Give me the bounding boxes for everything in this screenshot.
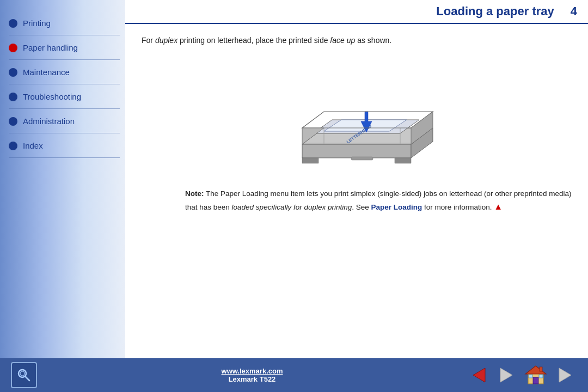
paper-tray-diagram: LETTERHEAD [270, 57, 444, 171]
sidebar-item-maintenance[interactable]: Maintenance [0, 60, 125, 84]
note-section: Note: The Paper Loading menu item lets y… [142, 188, 572, 213]
sidebar-label-printing: Printing [23, 19, 51, 28]
bullet-index [9, 142, 17, 150]
footer: www.lexmark.com Lexmark T522 [0, 358, 588, 392]
note-label: Note: [185, 189, 204, 198]
svg-rect-15 [351, 157, 373, 160]
intro-paragraph: For duplex printing on letterhead, place… [142, 35, 572, 46]
svg-rect-26 [540, 367, 542, 371]
footer-model: Lexmark T522 [222, 375, 283, 383]
svg-rect-24 [529, 375, 532, 378]
svg-marker-27 [559, 368, 571, 382]
svg-marker-20 [500, 368, 512, 382]
page-content: For duplex printing on letterhead, place… [125, 24, 588, 358]
sidebar-item-paper-handling[interactable]: Paper handling [0, 35, 125, 60]
svg-marker-1 [302, 144, 411, 158]
svg-rect-25 [539, 375, 543, 378]
svg-marker-3 [302, 158, 318, 163]
bullet-maintenance [9, 68, 17, 77]
forward-arrow-icon [496, 365, 517, 385]
bullet-printing [9, 19, 17, 28]
sidebar-label-paper-handling: Paper handling [23, 43, 78, 52]
svg-marker-4 [395, 158, 411, 163]
search-icon [16, 367, 32, 383]
svg-marker-19 [473, 368, 485, 382]
back-button[interactable] [467, 363, 491, 387]
svg-marker-22 [525, 366, 546, 374]
paper-loading-link[interactable]: Paper Loading [371, 203, 422, 211]
svg-rect-23 [533, 377, 538, 384]
next-button[interactable] [553, 363, 577, 387]
sidebar-item-administration[interactable]: Administration [0, 109, 125, 133]
bullet-troubleshooting [9, 93, 17, 101]
sidebar: Printing Paper handling Maintenance Trou… [0, 0, 125, 358]
page-header: Loading a paper tray 4 [125, 0, 588, 24]
sidebar-item-index[interactable]: Index [0, 133, 125, 158]
sidebar-item-troubleshooting[interactable]: Troubleshooting [0, 84, 125, 109]
page-number: 4 [571, 4, 577, 19]
footer-url[interactable]: www.lexmark.com [222, 367, 283, 375]
page-title: Loading a paper tray [436, 4, 554, 19]
sidebar-item-printing[interactable]: Printing [0, 11, 125, 35]
sidebar-label-administration: Administration [23, 117, 75, 126]
svg-line-17 [25, 376, 29, 381]
next-arrow-icon [555, 365, 575, 385]
sidebar-label-maintenance: Maintenance [23, 68, 70, 77]
home-icon [523, 363, 549, 387]
svg-point-18 [20, 371, 24, 376]
content-area: Loading a paper tray 4 For duplex printi… [125, 0, 588, 358]
bullet-paper-handling [9, 44, 17, 52]
search-button[interactable] [11, 362, 37, 388]
forward-button[interactable] [494, 363, 518, 387]
footer-left [11, 362, 37, 388]
diagram-container: LETTERHEAD [142, 57, 572, 171]
footer-center: www.lexmark.com Lexmark T522 [222, 367, 283, 383]
back-arrow-icon [469, 365, 489, 385]
warning-icon: ▲ [494, 202, 503, 211]
bullet-administration [9, 117, 17, 126]
note-end: for more information. [422, 203, 494, 211]
footer-navigation [467, 363, 577, 387]
sidebar-label-troubleshooting: Troubleshooting [23, 92, 81, 101]
home-button[interactable] [522, 363, 550, 387]
sidebar-label-index: Index [23, 141, 43, 150]
